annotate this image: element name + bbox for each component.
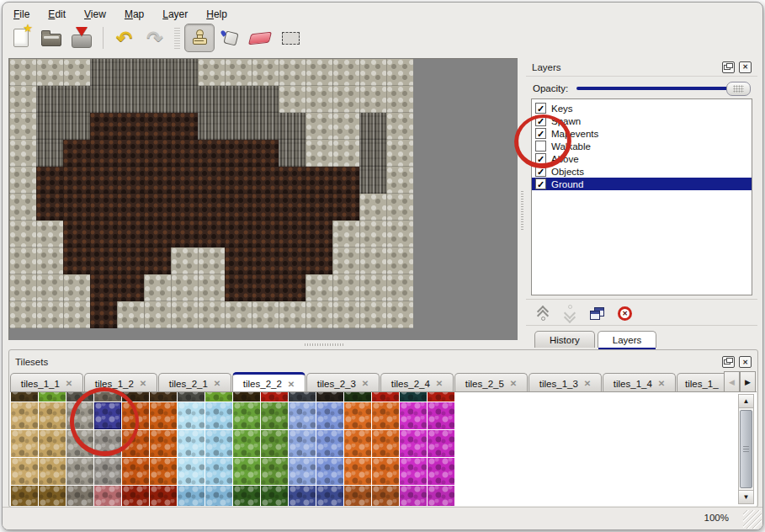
- palette-tile[interactable]: [261, 391, 288, 402]
- tileset-tab-tiles_1[interactable]: tiles_1_: [677, 373, 728, 393]
- slider-handle[interactable]: [726, 82, 751, 96]
- fill-tool-button[interactable]: [215, 24, 245, 52]
- open-button[interactable]: [36, 24, 66, 52]
- palette-tile[interactable]: [178, 391, 205, 402]
- layer-visibility-checkbox[interactable]: ✓: [535, 103, 546, 114]
- palette-tile[interactable]: [344, 486, 371, 506]
- layer-visibility-checkbox[interactable]: ✓: [535, 115, 546, 126]
- close-tab-icon[interactable]: ✕: [140, 379, 146, 388]
- menu-map[interactable]: Map: [125, 8, 144, 20]
- scrollbar-thumb[interactable]: [740, 410, 752, 488]
- delete-layer-button[interactable]: ✕: [618, 306, 632, 321]
- palette-tile[interactable]: [150, 458, 177, 485]
- palette-tile[interactable]: [316, 458, 343, 485]
- palette-tile[interactable]: [122, 391, 149, 402]
- palette-tile[interactable]: [11, 402, 38, 429]
- palette-tile[interactable]: [205, 486, 232, 506]
- menu-view[interactable]: View: [84, 8, 106, 20]
- palette-tile[interactable]: [178, 402, 205, 429]
- close-tab-icon[interactable]: ✕: [658, 379, 665, 388]
- palette-tile[interactable]: [428, 430, 454, 457]
- palette-tile[interactable]: [400, 402, 427, 429]
- palette-tile[interactable]: [122, 430, 149, 457]
- palette-tile[interactable]: [372, 391, 399, 402]
- palette-tile[interactable]: [289, 402, 316, 429]
- palette-tile[interactable]: [400, 430, 427, 457]
- layer-row-above[interactable]: ✓Above: [532, 152, 752, 165]
- layer-row-walkable[interactable]: Walkable: [532, 140, 752, 152]
- float-panel-button[interactable]: [722, 61, 735, 73]
- palette-tile[interactable]: [11, 486, 38, 506]
- layer-row-objects[interactable]: ✓Objects: [532, 165, 752, 178]
- palette-tile[interactable]: [39, 402, 66, 429]
- palette-tile[interactable]: [11, 458, 38, 485]
- layer-visibility-checkbox[interactable]: ✓: [535, 166, 546, 177]
- layer-row-ground[interactable]: ✓Ground: [532, 178, 752, 190]
- palette-tile[interactable]: [344, 458, 371, 485]
- scroll-up-button[interactable]: ▲: [739, 395, 753, 408]
- panel-tab-history[interactable]: History: [534, 331, 595, 348]
- menu-edit[interactable]: Edit: [48, 8, 66, 20]
- palette-tile[interactable]: [233, 391, 260, 402]
- palette-tile[interactable]: [316, 486, 343, 506]
- palette-tile[interactable]: [233, 458, 260, 485]
- palette-tile[interactable]: [344, 391, 371, 402]
- palette-tile[interactable]: [233, 402, 260, 429]
- close-tab-icon[interactable]: ✕: [214, 379, 220, 388]
- layer-visibility-checkbox[interactable]: ✓: [535, 178, 546, 189]
- close-tab-icon[interactable]: ✕: [288, 380, 295, 389]
- close-panel-icon[interactable]: ✕: [739, 61, 752, 73]
- palette-tile[interactable]: [261, 430, 288, 457]
- palette-tile[interactable]: [66, 430, 93, 457]
- menu-help[interactable]: Help: [206, 8, 227, 20]
- palette-tile[interactable]: [11, 391, 38, 402]
- tileset-tab-tiles_2_2[interactable]: tiles_2_2✕: [232, 372, 305, 393]
- palette-tile[interactable]: [289, 458, 316, 485]
- redo-button[interactable]: ↷: [140, 24, 170, 52]
- palette-tile[interactable]: [150, 430, 177, 457]
- palette-tile[interactable]: [428, 486, 454, 506]
- eraser-tool-button[interactable]: [245, 24, 275, 52]
- tileset-tab-tiles_1_4[interactable]: tiles_1_4✕: [603, 373, 676, 393]
- close-tab-icon[interactable]: ✕: [66, 379, 72, 388]
- new-file-button[interactable]: ★: [6, 24, 36, 52]
- move-layer-up-button[interactable]: [536, 306, 550, 320]
- tileset-tab-tiles_2_4[interactable]: tiles_2_4✕: [380, 373, 454, 393]
- palette-tile[interactable]: [150, 402, 177, 429]
- palette-tile[interactable]: [428, 391, 454, 402]
- palette-tile[interactable]: [233, 486, 260, 506]
- layer-row-keys[interactable]: ✓Keys: [532, 102, 752, 114]
- opacity-slider[interactable]: [575, 82, 751, 94]
- palette-tile[interactable]: [122, 402, 149, 429]
- palette-tile[interactable]: [205, 430, 232, 457]
- layer-visibility-checkbox[interactable]: [535, 141, 546, 152]
- palette-tile[interactable]: [178, 430, 205, 457]
- palette-tile[interactable]: [261, 458, 288, 485]
- palette-tile[interactable]: [150, 391, 177, 402]
- palette-tile[interactable]: [94, 486, 121, 506]
- layer-row-spawn[interactable]: ✓Spawn: [532, 114, 752, 127]
- palette-tile[interactable]: [205, 458, 232, 485]
- palette-tile[interactable]: [178, 486, 205, 506]
- layer-row-mapevents[interactable]: ✓Mapevents: [532, 127, 752, 140]
- select-tool-button[interactable]: [275, 24, 305, 52]
- palette-tile[interactable]: [261, 402, 288, 429]
- palette-tile[interactable]: [66, 486, 93, 506]
- palette-tile[interactable]: [11, 430, 38, 457]
- scroll-tabs-right-button[interactable]: ▶: [740, 371, 756, 393]
- tileset-tab-tiles_2_5[interactable]: tiles_2_5✕: [454, 373, 528, 393]
- palette-tile[interactable]: [428, 458, 454, 485]
- vertical-splitter[interactable]: [518, 58, 526, 346]
- palette-tile[interactable]: [372, 430, 399, 457]
- undo-button[interactable]: ↶: [109, 24, 140, 52]
- float-panel-button[interactable]: [722, 356, 735, 368]
- palette-tile[interactable]: [344, 402, 371, 429]
- palette-tile[interactable]: [66, 391, 93, 402]
- menu-layer[interactable]: Layer: [162, 8, 188, 20]
- palette-tile[interactable]: [344, 430, 371, 457]
- scroll-down-button[interactable]: ▼: [739, 490, 753, 503]
- tileset-tab-tiles_2_3[interactable]: tiles_2_3✕: [306, 373, 380, 393]
- palette-tile[interactable]: [372, 458, 399, 485]
- palette-tile[interactable]: [316, 391, 343, 402]
- move-layer-down-button[interactable]: [563, 306, 576, 320]
